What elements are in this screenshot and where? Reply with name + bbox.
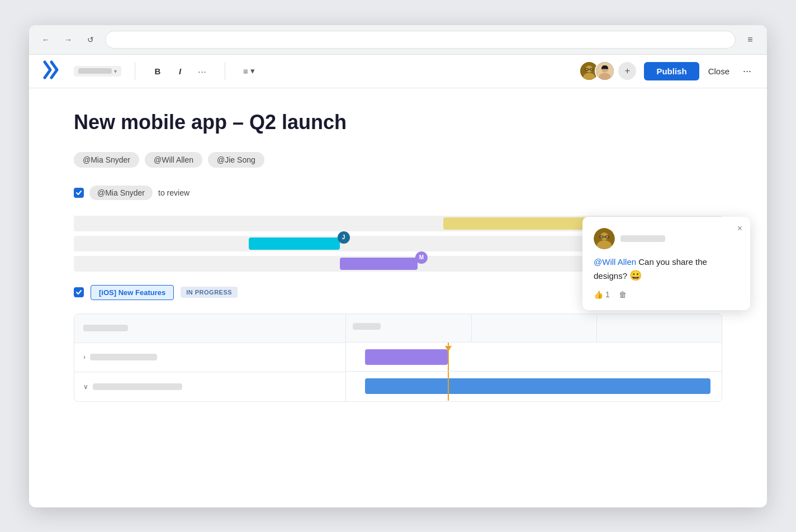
mention-tag-2[interactable]: @Jie Song [208,152,264,168]
browser-window: ← → ↺ ≡ ▾ B I ··· ≡ ▾ [29,25,767,507]
gantt-right-row-2 [346,372,722,401]
comment-header [594,228,739,249]
delete-icon: 🗑 [619,290,627,299]
toolbar-right: + Publish Close ··· [579,61,756,81]
gantt-right-row-1 [346,343,722,372]
more-format-button[interactable]: ··· [193,62,211,80]
table-row-2: ∨ [74,372,345,401]
browser-chrome: ← → ↺ ≡ [29,25,767,55]
table-row-1: › [74,343,345,372]
like-button[interactable]: 👍 1 [594,290,610,299]
svg-point-8 [599,73,611,81]
gantt-avatar-m: M [415,251,428,264]
ios-task-name[interactable]: [iOS] New Features [91,285,174,300]
page-title: New mobile app – Q2 launch [74,111,722,134]
avatar-j [595,61,615,81]
like-icon: 👍 [594,290,603,299]
refresh-button[interactable]: ↺ [83,32,98,48]
comment-body: @Will Allen Can you share the designs? 😀 [594,256,739,284]
bottom-table: › ∨ [74,314,722,402]
avatar-plus[interactable]: + [617,61,637,81]
bold-button[interactable]: B [149,62,167,80]
back-button[interactable]: ← [38,32,54,48]
align-down-icon: ▾ [250,66,255,76]
gantt-right-bar-purple [365,349,448,365]
publish-button[interactable]: Publish [644,62,699,80]
ios-checkbox[interactable] [74,287,84,297]
align-icon: ≡ [243,66,248,76]
table-left-col: › ∨ [74,314,346,401]
address-bar[interactable] [105,31,736,49]
format-group: B I ··· [149,62,211,80]
gantt-right-bar-blue [365,378,710,394]
mentions-row: @Mia Snyder @Will Allen @Jie Song [74,152,722,168]
close-button[interactable]: Close [706,62,732,80]
ios-status-badge: IN PROGRESS [181,287,238,298]
browser-menu-icon[interactable]: ≡ [742,32,758,48]
col-header-1 [83,325,128,331]
gantt-col-label-1 [353,323,381,330]
gantt-bar-purple [340,258,418,270]
row-1-label [90,354,157,360]
svg-point-1 [586,65,593,72]
toolbar-separator-1 [135,62,135,80]
task-row: @Mia Snyder to review [74,186,722,200]
mention-tag-1[interactable]: @Will Allen [145,152,202,168]
task-checkbox[interactable] [74,188,84,198]
gantt-bar-cyan [249,238,339,250]
gantt-needle-head [445,346,452,352]
gantt-header-col-3 [597,314,722,342]
row-1-expand[interactable]: › [83,353,86,361]
comment-avatar [594,228,615,249]
app-toolbar: ▾ B I ··· ≡ ▾ [29,55,767,88]
svg-point-10 [600,232,608,240]
table-right-col [346,314,722,401]
comment-mention[interactable]: @Will Allen [594,257,636,267]
row-2-label [93,383,182,390]
comment-close-button[interactable]: × [737,224,742,234]
comment-emoji: 😀 [629,270,642,281]
gantt-header-col-1 [346,314,471,342]
mention-tag-0[interactable]: @Mia Snyder [74,152,139,168]
comment-footer: 👍 1 🗑 [594,290,739,299]
collaborator-avatars: + [579,61,637,81]
task-assignee[interactable]: @Mia Snyder [89,186,153,200]
gantt-needle-2 [448,372,449,401]
forward-button[interactable]: → [60,32,76,48]
style-select[interactable]: ▾ [74,66,121,77]
comment-popup: × @Will Allen Can you share the designs?… [582,217,750,311]
table-header-row [74,314,345,343]
app-logo[interactable] [40,60,60,83]
task-action: to review [158,188,189,197]
delete-button[interactable]: 🗑 [619,290,627,299]
comment-username-bar [620,235,665,242]
gantt-header [346,314,722,343]
row-2-expand[interactable]: ∨ [83,383,88,391]
toolbar-separator-2 [225,62,225,80]
more-options-button[interactable]: ··· [738,63,756,79]
content-area: New mobile app – Q2 launch @Mia Snyder @… [29,88,767,507]
gantt-avatar-j: J [338,231,350,244]
align-button[interactable]: ≡ ▾ [239,64,259,78]
table-body: › ∨ [74,314,722,401]
like-count: 1 [605,290,610,299]
gantt-header-col-2 [472,314,597,342]
italic-button[interactable]: I [171,62,189,80]
svg-point-2 [584,73,595,81]
